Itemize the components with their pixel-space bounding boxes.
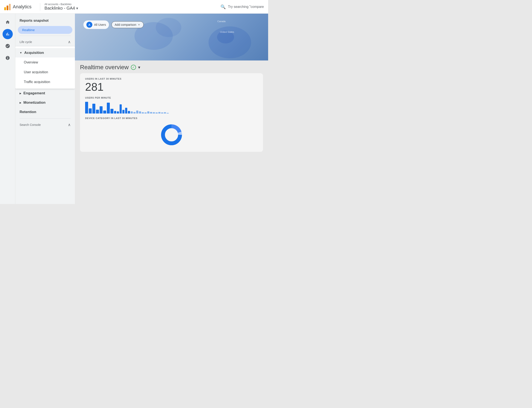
acquisition-arrow-icon: ▼: [20, 51, 22, 54]
monetization-arrow-icon: ▶: [20, 102, 21, 104]
map-label-us: United States: [220, 31, 234, 33]
bar-item: [142, 112, 144, 113]
sidebar-search-console-header[interactable]: Search Console ∧: [15, 120, 75, 129]
property-name: Backlinko - GA4: [44, 6, 75, 11]
sidebar-item-user-acquisition[interactable]: User acquisition: [15, 67, 75, 77]
bar-item: [139, 111, 141, 113]
bar-item: [117, 111, 119, 113]
search-placeholder: Try searching "compare: [228, 5, 264, 9]
user-acquisition-label: User acquisition: [24, 70, 48, 74]
users-30min-label: USERS IN LAST 30 MINUTES: [85, 77, 258, 80]
header-search[interactable]: 🔍 Try searching "compare: [220, 4, 264, 9]
acquisition-dropdown: ▼ Acquisition Overview User acquisition …: [15, 46, 75, 89]
nav-home[interactable]: [3, 17, 13, 27]
bar-item: [114, 111, 116, 113]
engagement-arrow-icon: ▶: [20, 92, 21, 94]
users-per-min-label: USERS PER MINUTE: [85, 96, 258, 99]
donut-center: [166, 129, 177, 141]
logo-bar-3: [9, 4, 11, 10]
bar-item: [107, 103, 110, 113]
search-console-label: Search Console: [20, 123, 41, 127]
search-console-chevron-icon: ∧: [68, 122, 71, 127]
bar-item: [103, 110, 106, 114]
map-label-canada: Canada: [217, 20, 225, 23]
sidebar-item-engagement[interactable]: ▶ Engagement: [15, 89, 75, 98]
donut-svg: [159, 122, 184, 148]
bar-item: [89, 108, 92, 113]
content-below-map: Realtime overview ✓ ▾ USERS IN LAST 30 M…: [75, 60, 268, 157]
bar-item: [158, 112, 160, 113]
logo-bar-2: [7, 6, 8, 10]
bar-item: [136, 110, 138, 114]
bar-item: [92, 104, 95, 113]
nav-reports[interactable]: [3, 29, 13, 39]
bar-item: [110, 109, 113, 113]
icon-nav: [0, 14, 15, 204]
bar-item: [120, 104, 122, 113]
bar-item: [144, 112, 147, 113]
top-header: Analytics All accounts › Backlinko Backl…: [0, 0, 268, 14]
lifecycle-chevron-icon: ∧: [68, 40, 71, 44]
sidebar-item-traffic-acquisition[interactable]: Traffic acquisition: [15, 77, 75, 87]
property-selector[interactable]: Backlinko - GA4 ▾: [44, 6, 78, 11]
bar-item: [133, 112, 136, 113]
map-area: Canada United States A All Users Add com…: [75, 14, 268, 60]
all-users-label: All Users: [94, 23, 106, 26]
sidebar-item-monetization[interactable]: ▶ Monetization: [15, 98, 75, 107]
sidebar-item-retention[interactable]: Retention: [15, 107, 75, 117]
nav-explore[interactable]: [3, 41, 13, 51]
device-category-label: DEVICE CATEGORY IN LAST 30 MINUTES: [85, 117, 258, 119]
nav-advertising[interactable]: [3, 53, 13, 63]
property-chevron-icon: ▾: [76, 6, 78, 11]
header-nav: All accounts › Backlinko Backlinko - GA4…: [44, 3, 78, 11]
bar-item: [85, 102, 88, 113]
acquisition-label: Acquisition: [24, 51, 44, 55]
realtime-dropdown-icon[interactable]: ▾: [138, 65, 140, 70]
add-comparison-button[interactable]: Add comparison ＋: [111, 21, 144, 28]
sidebar-item-overview[interactable]: Overview: [15, 58, 75, 67]
bar-item: [153, 112, 155, 113]
search-icon: 🔍: [220, 4, 226, 9]
bar-item: [96, 110, 99, 113]
realtime-overview-header: Realtime overview ✓ ▾: [80, 60, 263, 73]
engagement-label: Engagement: [23, 91, 45, 95]
sidebar-item-realtime[interactable]: Realtime: [18, 26, 72, 34]
users-per-minute-chart: [85, 101, 258, 113]
bar-item: [128, 111, 130, 113]
bar-item: [167, 113, 169, 114]
logo-bar-1: [4, 7, 6, 10]
sidebar-lifecycle-label: Life cycle: [20, 40, 32, 44]
comparison-bar: A All Users Add comparison ＋: [78, 17, 149, 32]
analytics-logo: [4, 3, 11, 10]
user-avatar: A: [86, 22, 92, 28]
bar-item: [164, 112, 166, 113]
realtime-overview-title: Realtime overview: [80, 64, 129, 71]
acquisition-header[interactable]: ▼ Acquisition: [15, 48, 75, 58]
bar-item: [122, 110, 125, 113]
sidebar-divider-1: [20, 35, 71, 36]
stats-card: USERS IN LAST 30 MINUTES 281 USERS PER M…: [80, 73, 263, 152]
overview-label: Overview: [24, 60, 38, 64]
traffic-acquisition-label: Traffic acquisition: [24, 80, 50, 84]
bar-item: [100, 106, 103, 113]
bar-item: [147, 111, 150, 113]
header-divider: [40, 3, 40, 11]
main-layout: Reports snapshot Realtime Life cycle ∧ ▼…: [0, 14, 268, 204]
bar-item: [150, 112, 152, 113]
sidebar-section-title: Reports snapshot: [15, 17, 75, 26]
add-comparison-plus-icon: ＋: [137, 23, 141, 27]
main-content: Canada United States A All Users Add com…: [75, 14, 268, 204]
breadcrumb: All accounts › Backlinko: [44, 3, 78, 6]
all-users-badge[interactable]: A All Users: [83, 20, 109, 29]
bar-item: [156, 112, 158, 113]
check-icon: ✓: [131, 65, 136, 70]
users-30min-value: 281: [85, 81, 258, 93]
map-blob-2: [156, 18, 181, 37]
add-comparison-label: Add comparison: [115, 23, 136, 26]
analytics-title: Analytics: [13, 4, 32, 9]
bar-item: [131, 111, 133, 113]
bar-item: [161, 112, 163, 113]
sidebar-lifecycle-header[interactable]: Life cycle ∧: [15, 37, 75, 46]
device-donut-chart: [85, 122, 258, 148]
bar-item: [125, 108, 127, 113]
